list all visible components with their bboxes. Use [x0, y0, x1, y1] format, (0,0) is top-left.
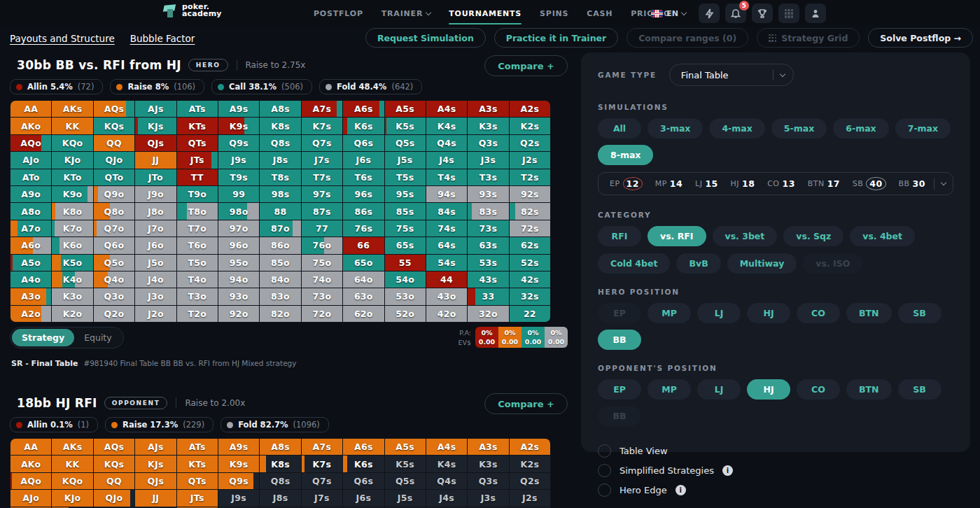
profile-button[interactable] — [805, 3, 826, 23]
hand-cell-q8s[interactable]: Q8s — [260, 473, 300, 489]
hand-cell-k5s[interactable]: K5s — [385, 456, 426, 472]
hand-cell-kjo[interactable]: KJo — [52, 490, 92, 506]
hand-cell-t8o[interactable]: T8o — [177, 203, 218, 219]
hand-cell-k2s[interactable]: K2s — [510, 118, 550, 134]
strategy-tab[interactable]: Strategy — [12, 329, 74, 346]
hand-cell-j3o[interactable]: J3o — [135, 288, 176, 304]
hand-cell-76o[interactable]: 76o — [302, 237, 342, 253]
hand-cell-33[interactable]: 33 — [468, 288, 508, 304]
hand-cell-j8s[interactable]: J8s — [260, 490, 300, 506]
hand-cell-83s[interactable]: 83s — [468, 203, 508, 219]
hand-cell-63o[interactable]: 63o — [343, 288, 384, 304]
hand-cell-kts[interactable]: KTs — [177, 118, 218, 134]
hand-cell-q2s[interactable]: Q2s — [510, 473, 550, 489]
opponent-position-mp[interactable]: MP — [648, 379, 691, 400]
hand-cell-a8s[interactable]: A8s — [260, 439, 300, 455]
hand-cell-q9s[interactable]: Q9s — [218, 135, 259, 151]
opponent-position-ep[interactable]: EP — [598, 379, 641, 400]
hand-cell-j6o[interactable]: J6o — [135, 237, 176, 253]
sub-link-bubble-factor[interactable]: Bubble Factor — [130, 33, 195, 44]
hand-cell-82o[interactable]: 82o — [260, 306, 300, 322]
hand-cell-a8o[interactable]: A8o — [10, 203, 51, 219]
hand-cell-ajs[interactable]: AJs — [135, 101, 176, 117]
hand-cell-t5o[interactable]: T5o — [177, 255, 218, 271]
hand-cell-qjs[interactable]: QJs — [135, 473, 176, 489]
hand-cell-qq[interactable]: QQ — [94, 473, 134, 489]
hand-cell-q6s[interactable]: Q6s — [343, 473, 384, 489]
hand-cell-t4o[interactable]: T4o — [177, 271, 218, 288]
hand-cell-a9o[interactable]: A9o — [10, 186, 51, 202]
language-selector[interactable]: EN — [651, 9, 686, 18]
category-cold-4bet[interactable]: Cold 4bet — [598, 253, 670, 274]
hand-cell-94o[interactable]: 94o — [218, 271, 259, 288]
nav-item-trainer[interactable]: TRAINER — [382, 0, 430, 27]
hand-cell-42s[interactable]: 42s — [510, 271, 550, 288]
opponent-position-sb[interactable]: SB — [898, 379, 941, 400]
hand-cell-q4s[interactable]: Q4s — [426, 135, 467, 151]
hand-cell-aks[interactable]: AKs — [52, 101, 92, 117]
category-vs-3bet[interactable]: vs. 3bet — [713, 226, 778, 246]
hand-cell-k5s[interactable]: K5s — [385, 118, 426, 134]
hand-cell-q8s[interactable]: Q8s — [260, 135, 300, 151]
hand-cell-aqs[interactable]: AQs — [94, 101, 134, 117]
hand-cell-kto[interactable]: KTo — [52, 169, 92, 185]
hand-cell-95s[interactable]: 95s — [385, 186, 426, 202]
info-icon[interactable]: i — [676, 485, 686, 495]
simulation-7-max[interactable]: 7-max — [895, 118, 951, 139]
hand-cell-ajs[interactable]: AJs — [135, 439, 176, 455]
quick-actions-button[interactable] — [699, 3, 720, 23]
hand-cell-qts[interactable]: QTs — [177, 135, 218, 151]
hand-cell-aa[interactable]: AA — [10, 439, 51, 455]
hand-cell-73s[interactable]: 73s — [468, 220, 508, 237]
hand-cell-t9o[interactable]: T9o — [177, 186, 218, 202]
hero-position-mp[interactable]: MP — [648, 303, 691, 323]
hand-cell-87s[interactable]: 87s — [302, 203, 342, 219]
hand-cell-k3s[interactable]: K3s — [468, 118, 508, 134]
hand-cell-a3s[interactable]: A3s — [468, 439, 508, 455]
hand-cell-j8o[interactable]: J8o — [135, 203, 176, 219]
category-vs-sqz[interactable]: vs. Sqz — [783, 226, 844, 246]
hand-cell-kqo[interactable]: KQo — [52, 473, 92, 489]
hand-cell-k4s[interactable]: K4s — [426, 456, 467, 472]
hand-cell-k4o[interactable]: K4o — [52, 271, 92, 288]
hand-cell-j9o[interactable]: J9o — [135, 186, 176, 202]
hand-cell-q2o[interactable]: Q2o — [94, 306, 134, 322]
hand-cell-94s[interactable]: 94s — [426, 186, 467, 202]
hand-cell-73o[interactable]: 73o — [302, 288, 342, 304]
hand-cell-85o[interactable]: 85o — [260, 255, 300, 271]
hand-cell-aqo[interactable]: AQo — [10, 135, 51, 151]
hand-cell-kjs[interactable]: KJs — [135, 456, 176, 472]
hand-cell-75s[interactable]: 75s — [385, 220, 426, 237]
hand-cell-q8o[interactable]: Q8o — [94, 203, 134, 219]
hand-cell-ako[interactable]: AKo — [10, 118, 51, 134]
hand-cell-t6s[interactable]: T6s — [343, 169, 384, 185]
simulation-6-max[interactable]: 6-max — [833, 118, 888, 139]
hand-cell-q4o[interactable]: Q4o — [94, 271, 134, 288]
opponent-position-lj[interactable]: LJ — [697, 379, 741, 400]
hand-cell-t3o[interactable]: T3o — [177, 288, 218, 304]
hand-cell-52o[interactable]: 52o — [385, 306, 426, 322]
hand-cell-kk[interactable]: KK — [52, 118, 92, 134]
hero-position-lj[interactable]: LJ — [697, 303, 741, 323]
hero-position-btn[interactable]: BTN — [846, 303, 892, 323]
hand-cell-jj[interactable]: JJ — [135, 152, 176, 168]
hand-cell-j6s[interactable]: J6s — [343, 152, 384, 168]
hand-cell-jj[interactable]: JJ — [135, 490, 176, 506]
hand-cell-62s[interactable]: 62s — [510, 237, 550, 253]
equity-tab[interactable]: Equity — [74, 329, 122, 346]
hand-cell-qjs[interactable]: QJs — [135, 135, 176, 151]
hand-cell-k7o[interactable]: K7o — [52, 220, 92, 237]
hand-cell-q2s[interactable]: Q2s — [510, 135, 550, 151]
hand-cell-83o[interactable]: 83o — [260, 288, 300, 304]
hand-cell-a7s[interactable]: A7s — [302, 101, 342, 117]
simulation-8-max[interactable]: 8-max — [598, 145, 653, 165]
hand-cell-j8s[interactable]: J8s — [260, 152, 300, 168]
notifications-button[interactable]: 5 — [725, 3, 746, 23]
checkbox-hero-edge[interactable]: Hero Edgei — [598, 484, 953, 497]
hand-cell-65s[interactable]: 65s — [385, 237, 426, 253]
game-type-select[interactable]: Final Table — [669, 64, 794, 86]
hand-cell-44[interactable]: 44 — [426, 271, 467, 288]
hand-cell-a4o[interactable]: A4o — [10, 271, 51, 288]
hand-cell-q9o[interactable]: Q9o — [94, 186, 134, 202]
legend-allin[interactable]: Allin 0.1%(1) — [10, 417, 98, 432]
